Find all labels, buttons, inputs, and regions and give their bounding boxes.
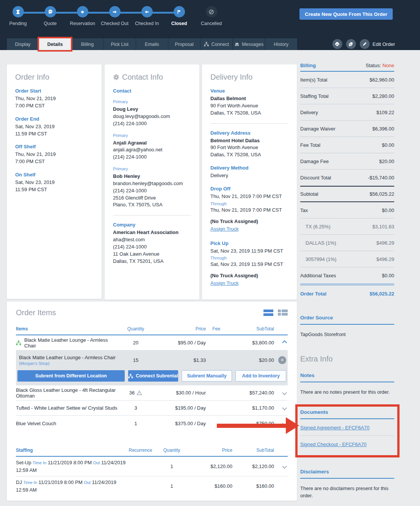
staffing-table-header: Staffing Recurrence Quantity Price SubTo…	[16, 448, 288, 457]
order-info-card: Order Info Order Start Thu, Nov 21, 2019…	[7, 64, 102, 299]
order-source-value: TapGoods Storefront	[300, 331, 394, 338]
order-info-field: Order End Sat, Nov 23, 2019 11:59 PM CST	[15, 116, 93, 138]
step-label: Reservation	[70, 21, 95, 26]
copy-icon[interactable]	[346, 39, 356, 49]
assign-truck-link[interactable]: Assign Truck	[210, 226, 238, 232]
company-entry: American Heart Association aha@test.com …	[113, 229, 191, 265]
tab-connect[interactable]: Connect	[201, 38, 233, 50]
billing-rail: Billing Status: None Item(s) Total$62,96…	[300, 63, 394, 499]
order-status-header: Pending Quote Reservation Checked Out Ch…	[0, 0, 420, 50]
documents-header: Documents	[300, 409, 394, 419]
order-source-header: Order Source	[300, 315, 394, 325]
billing-row: Delivery$109.22	[300, 104, 394, 121]
tab-history[interactable]: History	[265, 38, 298, 50]
notes-empty-text: There are no notes present for this orde…	[300, 389, 394, 396]
shop-label: (Morgan's Shop)	[19, 361, 119, 366]
connect-subrental-button[interactable]: Connect Subrental	[128, 370, 178, 382]
order-info-field: On Shelf Sat, Nov 23, 2019 11:59 PM CST	[15, 172, 93, 193]
edit-order-label[interactable]: Edit Order	[373, 41, 395, 47]
step-cancelled[interactable]: Cancelled	[195, 6, 227, 26]
warning-icon	[136, 390, 142, 395]
documents-section: Documents Signed Agreement - EFCF6A70 Si…	[300, 409, 394, 452]
assign-truck-link[interactable]: Assign Truck	[210, 280, 238, 286]
chevron-down-icon[interactable]	[282, 390, 287, 395]
cancel-icon	[206, 6, 217, 17]
chevron-down-icon[interactable]	[282, 405, 287, 410]
arrow-right-icon	[109, 6, 121, 17]
billing-row: Damage Waiver$6,396.00	[300, 121, 394, 137]
extra-info-title: Extra Info	[300, 355, 394, 363]
table-row: Tufted - White Leather Settee w/ Crystal…	[16, 401, 288, 416]
gear-icon[interactable]	[113, 74, 119, 80]
subrental-row: Black Matte Leather Lounge - Armless Cha…	[16, 351, 288, 369]
table-row: Blue Velvet Couch 1 $375.00 / Day $750.0…	[16, 416, 288, 431]
connect-icon	[204, 42, 209, 47]
billing-status: Status: None	[366, 63, 394, 68]
subrent-manually-button[interactable]: Subrent Manually	[182, 370, 232, 382]
contact-info-title: Contact Info	[113, 73, 191, 82]
order-info-field: Order Start Thu, Nov 21, 2019 7:00 PM CS…	[15, 88, 93, 110]
order-items-title: Order Items	[16, 308, 56, 317]
staffing-row: DJ Time In 11/21/2019 8:00 PM Out 11/24/…	[16, 476, 288, 496]
subrent-different-location-button[interactable]: Subrent from Different Location	[17, 370, 125, 382]
billing-subtotal-row: Subtotal$56,025.22	[300, 186, 394, 202]
step-label: Cancelled	[201, 21, 222, 26]
connect-icon	[128, 374, 133, 379]
grid-view-icon[interactable]	[278, 310, 288, 316]
billing-row: Discount Total-$15,740.00	[300, 170, 394, 186]
tab-pick-list[interactable]: Pick List	[104, 38, 136, 50]
step-label: Pending	[9, 21, 27, 26]
step-checked-out[interactable]: Checked Out	[99, 6, 131, 26]
create-new-quote-button[interactable]: Create New Quote From This Order	[299, 8, 393, 20]
order-info-field: Off Shelf Thu, Nov 21, 2019 7:00 PM CST	[15, 144, 93, 165]
tab-messages[interactable]: Messages	[233, 38, 265, 50]
tag-icon	[77, 6, 88, 17]
billing-order-total-row: Order Total$56,025.22	[300, 284, 394, 302]
subrental-icon	[16, 340, 21, 346]
subrent-actions: Subrent from Different Location Connect …	[16, 369, 288, 382]
billing-header: Billing Status: None	[300, 63, 394, 72]
billing-row: Staffing Total$2,280.00	[300, 88, 394, 104]
chevron-up-icon[interactable]	[282, 340, 287, 345]
delivery-info-card: Delivery Info Venue Dallas Belmont 90 Fo…	[202, 64, 297, 300]
signed-agreement-link[interactable]: Signed Agreement - EFCF6A70	[300, 419, 394, 436]
step-label: Checked Out	[101, 21, 129, 26]
tab-emails[interactable]: Emails	[136, 38, 168, 50]
step-reservation[interactable]: Reservation	[66, 6, 99, 26]
table-row: Black Matte Leather Lounge - Armless Cha…	[16, 335, 288, 350]
tab-billing[interactable]: Billing	[71, 38, 103, 50]
notes-header: Notes	[300, 372, 394, 382]
tab-details[interactable]: Details	[39, 38, 71, 50]
edit-pencil-icon[interactable]	[360, 39, 370, 49]
tab-bar: Display Details Billing Pick List Emails…	[7, 38, 298, 50]
tab-proposal[interactable]: Proposal	[168, 38, 201, 50]
billing-row: Tax$0.00	[300, 202, 394, 218]
staffing-row: Set-Up Time In 11/21/2019 8:00 PM Out 11…	[16, 457, 288, 476]
tab-display[interactable]: Display	[7, 38, 39, 50]
contact-info-card: Contact Info Contact Primary Doug Levy d…	[105, 64, 199, 300]
inbox-icon	[234, 42, 240, 47]
contact-entry: Primary Anjali Agrawal anjali.agra@yahoo…	[113, 133, 191, 161]
step-pending[interactable]: Pending	[2, 6, 34, 26]
arrow-left-icon	[141, 6, 153, 17]
close-icon[interactable]: ×	[278, 356, 286, 364]
flag-icon	[174, 6, 185, 17]
signed-checkout-link[interactable]: Signed Checkout - EFCF6A70	[300, 436, 394, 452]
billing-row: Fee Total$0.00	[300, 137, 394, 153]
print-icon[interactable]	[332, 39, 342, 49]
chat-icon	[45, 6, 56, 17]
add-to-inventory-button[interactable]: Add to Inventory	[235, 370, 286, 382]
step-label: Closed	[171, 21, 187, 26]
step-quote[interactable]: Quote	[34, 6, 66, 26]
annotation-arrow-head	[286, 417, 299, 434]
table-row: Black Gloss Leather Lounge - 4ft Rectang…	[16, 385, 288, 401]
hourglass-icon	[13, 6, 24, 17]
delivery-info-title: Delivery Info	[210, 73, 288, 82]
step-label: Quote	[44, 21, 56, 26]
subrental-detail-block: Black Matte Leather Lounge - Armless Cha…	[16, 350, 288, 385]
list-view-icon[interactable]	[263, 310, 273, 316]
chevron-down-icon[interactable]	[282, 464, 287, 469]
billing-row: Damage Fee$20.00	[300, 153, 394, 170]
step-checked-in[interactable]: Checked In	[131, 6, 163, 26]
step-closed[interactable]: Closed	[163, 6, 195, 26]
